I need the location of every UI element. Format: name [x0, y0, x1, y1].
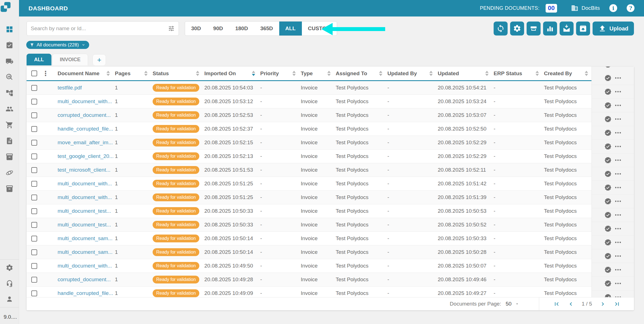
- sort-control[interactable]: [485, 71, 489, 76]
- per-page-caret-icon[interactable]: [515, 302, 519, 306]
- more-dots-icon[interactable]: [615, 132, 621, 134]
- sort-control[interactable]: [292, 71, 296, 76]
- more-dots-icon[interactable]: [615, 269, 621, 271]
- cart-icon[interactable]: [6, 121, 13, 129]
- verified-badge-icon[interactable]: [604, 67, 612, 68]
- upload-button[interactable]: Upload: [593, 22, 634, 36]
- document-link[interactable]: handle_corrupted_file...: [58, 126, 113, 132]
- document-link[interactable]: multi_document_sam...: [58, 235, 112, 242]
- more-dots-icon[interactable]: [615, 255, 621, 257]
- verified-badge-icon[interactable]: [604, 211, 612, 219]
- tab-invoice[interactable]: INVOICE: [52, 54, 88, 65]
- row-checkbox[interactable]: [31, 167, 37, 173]
- tenant-selector[interactable]: DocBits: [571, 4, 600, 12]
- row-checkbox[interactable]: [31, 140, 37, 146]
- invoice-doc-icon[interactable]: [6, 137, 13, 145]
- row-checkbox[interactable]: [31, 112, 37, 118]
- date-filter-90d[interactable]: 90D: [207, 22, 229, 36]
- clipboard-check-icon[interactable]: [6, 41, 13, 49]
- previous-page-icon[interactable]: [567, 301, 574, 308]
- document-link[interactable]: multi_document_with...: [58, 263, 112, 269]
- row-checkbox[interactable]: [31, 181, 37, 187]
- verified-badge-icon[interactable]: [604, 143, 612, 150]
- document-link[interactable]: test_microsoft_client...: [58, 167, 110, 173]
- document-link[interactable]: multi_document_sam...: [58, 249, 112, 255]
- select-all-checkbox[interactable]: [31, 70, 37, 76]
- verified-badge-icon[interactable]: [604, 198, 612, 205]
- sort-control[interactable]: [536, 71, 539, 76]
- tune-filter-icon[interactable]: [168, 25, 175, 32]
- more-dots-icon[interactable]: [615, 214, 621, 216]
- info-icon[interactable]: i: [609, 4, 617, 12]
- package-icon[interactable]: [6, 153, 13, 161]
- verified-badge-icon[interactable]: [604, 294, 612, 297]
- document-link[interactable]: corrupted_document...: [58, 276, 111, 283]
- all-documents-filter-chip[interactable]: All documents (228): [26, 41, 89, 49]
- workflow-tree-icon[interactable]: [6, 89, 13, 97]
- more-dots-icon[interactable]: [615, 77, 621, 79]
- settings-gear-icon[interactable]: [6, 264, 13, 272]
- analytics-button[interactable]: [543, 22, 557, 36]
- document-link[interactable]: multi_document_with...: [58, 181, 112, 187]
- sort-control[interactable]: [327, 71, 331, 76]
- mail-import-button[interactable]: [560, 22, 574, 36]
- column-menu-kebab-icon[interactable]: ⋮: [42, 70, 49, 77]
- date-filter-180d[interactable]: 180D: [229, 22, 254, 36]
- verified-badge-icon[interactable]: [604, 280, 612, 287]
- document-link[interactable]: corrupted_document...: [58, 112, 111, 118]
- sort-control[interactable]: [379, 71, 382, 76]
- tab-add-new[interactable]: +: [93, 54, 106, 65]
- sort-control[interactable]: [106, 71, 110, 76]
- sort-control[interactable]: [252, 71, 255, 76]
- document-link[interactable]: handle_corrupted_file...: [58, 290, 113, 296]
- more-dots-icon[interactable]: [615, 118, 621, 120]
- settings-button[interactable]: [510, 22, 524, 36]
- search-analytics-icon[interactable]: [6, 73, 13, 81]
- verified-badge-icon[interactable]: [604, 184, 612, 191]
- document-link[interactable]: testfile.pdf: [58, 85, 82, 91]
- document-link[interactable]: move_email_after_im...: [58, 139, 113, 146]
- orbit-icon[interactable]: [6, 169, 13, 177]
- truck-icon[interactable]: [6, 57, 13, 65]
- row-checkbox[interactable]: [31, 153, 37, 159]
- sort-control[interactable]: [429, 71, 433, 76]
- more-dots-icon[interactable]: [615, 104, 621, 107]
- more-dots-icon[interactable]: [615, 186, 621, 189]
- document-link[interactable]: test_google_client_20...: [58, 153, 113, 159]
- last-page-icon[interactable]: [614, 301, 621, 308]
- sort-control[interactable]: [196, 71, 199, 76]
- more-dots-icon[interactable]: [615, 241, 621, 243]
- verified-badge-icon[interactable]: [604, 266, 612, 273]
- scan-button[interactable]: [527, 22, 541, 36]
- row-checkbox[interactable]: [31, 195, 37, 200]
- sort-control[interactable]: [144, 71, 148, 76]
- more-dots-icon[interactable]: [615, 145, 621, 148]
- row-checkbox[interactable]: [31, 263, 37, 269]
- package2-icon[interactable]: [6, 185, 13, 193]
- verified-badge-icon[interactable]: [604, 225, 612, 232]
- search-input[interactable]: [31, 25, 168, 32]
- verified-badge-icon[interactable]: [604, 74, 612, 82]
- more-dots-icon[interactable]: [615, 282, 621, 285]
- row-checkbox[interactable]: [31, 236, 37, 242]
- verified-badge-icon[interactable]: [604, 115, 612, 123]
- date-filter-365d[interactable]: 365D: [254, 22, 279, 36]
- row-checkbox[interactable]: [31, 290, 37, 296]
- help-icon[interactable]: ?: [627, 4, 634, 12]
- tab-all[interactable]: ALL: [27, 54, 51, 65]
- document-link[interactable]: multi_document_with...: [58, 98, 112, 105]
- more-dots-icon[interactable]: [615, 91, 621, 93]
- row-checkbox[interactable]: [31, 277, 37, 283]
- verified-badge-icon[interactable]: [604, 170, 612, 178]
- archive-upload-button[interactable]: [576, 22, 590, 36]
- row-checkbox[interactable]: [31, 99, 37, 105]
- row-checkbox[interactable]: [31, 249, 37, 255]
- document-link[interactable]: multi_document_test...: [58, 208, 111, 214]
- dashboard-grid-icon[interactable]: [6, 25, 13, 33]
- more-dots-icon[interactable]: [615, 173, 621, 175]
- more-dots-icon[interactable]: [615, 228, 621, 230]
- refresh-button[interactable]: [494, 22, 508, 36]
- sort-control[interactable]: [585, 71, 588, 76]
- users-icon[interactable]: [6, 105, 13, 113]
- headset-icon[interactable]: [6, 280, 13, 287]
